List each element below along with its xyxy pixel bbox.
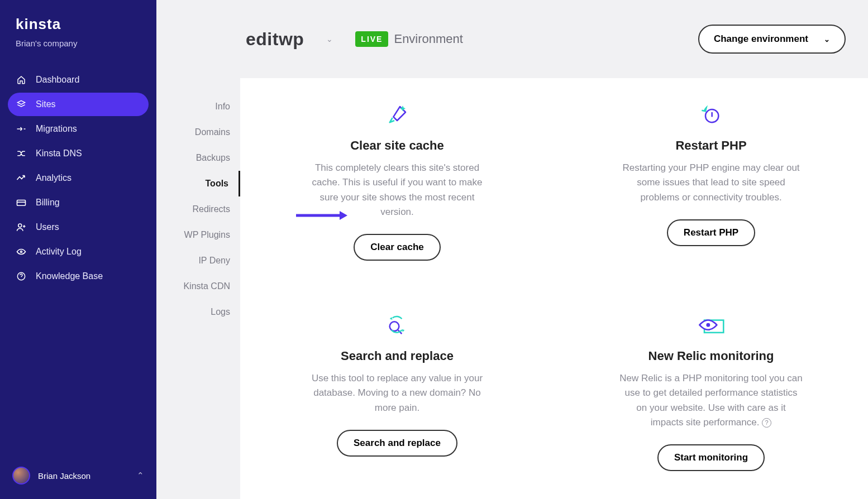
card-new-relic: New Relic monitoring New Relic is a PHP … <box>554 289 868 499</box>
help-icon <box>16 272 27 281</box>
subnav-tools[interactable]: Tools <box>156 171 240 196</box>
chevron-down-icon: ⌄ <box>824 35 830 44</box>
dns-icon <box>16 150 27 157</box>
user-plus-icon <box>16 223 27 232</box>
nav-label: Kinsta DNS <box>36 148 82 159</box>
nav-label: Billing <box>36 198 60 208</box>
subnav-wp-plugins[interactable]: WP Plugins <box>156 222 240 248</box>
primary-nav: Dashboard Sites Migrations Kinsta DNS An… <box>0 61 156 458</box>
subnav-logs[interactable]: Logs <box>156 299 240 325</box>
subnav-backups[interactable]: Backups <box>156 145 240 171</box>
card-title: Restart PHP <box>593 138 829 153</box>
nav-dashboard[interactable]: Dashboard <box>8 68 149 92</box>
eye-icon <box>16 248 27 255</box>
card-clear-cache: Clear site cache This completely clears … <box>240 78 554 289</box>
change-env-label: Change environment <box>714 33 808 45</box>
subnav-info[interactable]: Info <box>156 94 240 119</box>
user-name: Brian Jackson <box>38 471 90 481</box>
svg-point-8 <box>706 323 710 327</box>
card-search-replace: Search and replace Use this tool to repl… <box>240 289 554 499</box>
search-replace-button[interactable]: Search and replace <box>337 430 457 457</box>
user-menu[interactable]: Brian Jackson ⌃ <box>0 458 156 499</box>
search-replace-icon <box>279 313 515 338</box>
analytics-icon <box>16 175 27 181</box>
change-environment-button[interactable]: Change environment ⌄ <box>698 25 846 54</box>
card-icon <box>16 199 27 207</box>
nav-label: Knowledge Base <box>36 271 103 281</box>
arrow-annotation-icon <box>296 210 349 221</box>
subnav-cdn[interactable]: Kinsta CDN <box>156 274 240 299</box>
nav-label: Migrations <box>36 124 77 134</box>
svg-point-6 <box>390 322 399 331</box>
card-desc: New Relic is a PHP monitoring tool you c… <box>619 371 803 430</box>
primary-sidebar: kinsta Brian's company Dashboard Sites M… <box>0 0 156 499</box>
nav-label: Analytics <box>36 173 71 183</box>
svg-rect-0 <box>17 200 26 206</box>
brand-logo: kinsta <box>0 0 156 39</box>
subnav-ip-deny[interactable]: IP Deny <box>156 248 240 274</box>
nav-activity[interactable]: Activity Log <box>8 240 149 263</box>
layers-icon <box>16 100 27 109</box>
card-title: New Relic monitoring <box>593 349 829 363</box>
home-icon <box>16 75 27 84</box>
nav-dns[interactable]: Kinsta DNS <box>8 142 149 165</box>
card-desc: Restarting your PHP engine may clear out… <box>619 161 803 205</box>
info-icon[interactable]: ? <box>762 418 771 428</box>
topbar: editwp ⌄ LIVE Environment Change environ… <box>156 0 868 78</box>
env-badge: LIVE <box>355 31 388 47</box>
nav-label: Dashboard <box>36 75 79 85</box>
svg-point-1 <box>18 224 22 227</box>
card-title: Search and replace <box>279 349 515 363</box>
main-area: editwp ⌄ LIVE Environment Change environ… <box>240 0 868 499</box>
subnav-redirects[interactable]: Redirects <box>156 196 240 222</box>
restart-icon <box>593 103 829 127</box>
nav-kb[interactable]: Knowledge Base <box>8 265 149 288</box>
monitor-eye-icon <box>593 313 829 338</box>
restart-php-button[interactable]: Restart PHP <box>667 219 755 246</box>
card-title: Clear site cache <box>279 138 515 153</box>
site-name: editwp <box>246 29 304 50</box>
nav-sites[interactable]: Sites <box>8 93 149 116</box>
nav-migrations[interactable]: Migrations <box>8 117 149 141</box>
svg-point-2 <box>21 251 22 253</box>
card-desc: Use this tool to replace any value in yo… <box>305 371 489 415</box>
chevron-down-icon[interactable]: ⌄ <box>326 35 333 44</box>
broom-icon <box>279 103 515 127</box>
start-monitoring-button[interactable]: Start monitoring <box>657 444 765 471</box>
nav-users[interactable]: Users <box>8 215 149 239</box>
nav-label: Sites <box>36 99 56 109</box>
tools-grid: Clear site cache This completely clears … <box>240 78 868 499</box>
env-label: Environment <box>394 32 463 46</box>
subnav-domains[interactable]: Domains <box>156 119 240 145</box>
nav-billing[interactable]: Billing <box>8 191 149 214</box>
chevron-up-icon: ⌃ <box>137 471 144 481</box>
card-restart-php: Restart PHP Restarting your PHP engine m… <box>554 78 868 289</box>
nav-analytics[interactable]: Analytics <box>8 166 149 190</box>
nav-label: Users <box>36 222 59 232</box>
company-name[interactable]: Brian's company <box>0 39 156 61</box>
migrations-icon <box>16 126 27 132</box>
clear-cache-button[interactable]: Clear cache <box>354 234 440 261</box>
avatar <box>12 467 30 484</box>
nav-label: Activity Log <box>36 247 82 257</box>
